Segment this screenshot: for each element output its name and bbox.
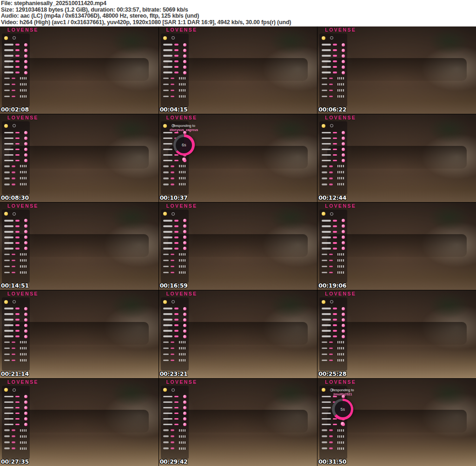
tip-level-dot-icon — [183, 406, 186, 409]
vibration-pattern-icon — [179, 341, 186, 343]
tip-level-dot-icon — [342, 219, 345, 222]
tip-menu-overlay — [319, 121, 347, 195]
timestamp-label: 00:08:30 — [1, 194, 29, 201]
vibration-pattern-icon — [337, 341, 345, 343]
sun-icon — [4, 124, 8, 128]
audio-info-line: Audio: aac (LC) (mp4a / 0x6134706D), 480… — [1, 13, 476, 20]
tip-level-dot-icon — [24, 417, 27, 420]
tip-level-dot-icon — [24, 329, 27, 333]
tip-level-dot-icon — [24, 131, 27, 134]
tip-level-dot-icon — [183, 60, 186, 63]
vibration-pattern-icon — [179, 347, 186, 349]
vibration-pattern-icon — [337, 171, 345, 173]
tip-level-dot-icon — [183, 247, 186, 250]
vibration-pattern-icon — [337, 183, 345, 185]
lovense-watermark: LOVENSE — [166, 27, 198, 33]
vibration-pattern-icon — [179, 89, 186, 92]
countdown-ring: 5s — [332, 399, 353, 420]
tip-level-dot-icon — [342, 335, 345, 338]
lovense-watermark: LOVENSE — [166, 291, 198, 296]
vibration-pattern-icon — [337, 429, 345, 432]
timestamp-label: 00:29:42 — [160, 458, 188, 465]
tip-menu-overlay — [2, 33, 30, 107]
video-thumbnail[interactable]: LOVENSE 00:12:44 — [317, 114, 476, 202]
vibration-pattern-icon — [179, 165, 186, 167]
tip-level-dot-icon — [24, 224, 27, 228]
video-thumbnail[interactable]: LOVENSE 00:19:06 — [317, 203, 476, 290]
video-thumbnail[interactable]: LOVENSE 00:02:08 — [0, 26, 159, 114]
vibration-pattern-icon — [337, 83, 345, 85]
video-thumbnail[interactable]: LOVENSE Responding to dionysus_zagreus 6… — [159, 114, 317, 202]
tip-level-dot-icon — [342, 324, 345, 327]
timestamp-label: 00:14:51 — [1, 282, 29, 289]
video-thumbnail[interactable]: LOVENSE 00:29:42 — [159, 379, 317, 466]
timestamp-label: 00:06:22 — [318, 106, 346, 113]
clock-icon — [330, 36, 333, 39]
vibration-pattern-icon — [179, 183, 186, 185]
tip-level-dot-icon — [24, 406, 27, 409]
sun-icon — [4, 212, 8, 216]
tip-level-dot-icon — [24, 137, 27, 140]
clock-icon — [330, 300, 333, 303]
tip-menu-overlay — [161, 33, 189, 107]
vibration-pattern-icon — [179, 441, 186, 444]
video-thumbnail[interactable]: LOVENSE 00:23:21 — [159, 290, 317, 378]
timestamp-label: 00:19:06 — [318, 282, 346, 289]
lovense-watermark: LOVENSE — [325, 379, 356, 385]
video-thumbnail[interactable]: LOVENSE 00:27:35 — [0, 379, 159, 466]
thumbnail-grid: LOVENSE 00:02:08 LOVENSE — [0, 26, 476, 466]
tip-level-dot-icon — [24, 219, 27, 222]
timestamp-label: 00:12:44 — [318, 194, 346, 201]
tip-level-dot-icon — [183, 318, 186, 322]
video-thumbnail[interactable]: LOVENSE Responding to jimolita2021 5s — [317, 379, 476, 466]
vibration-pattern-icon — [179, 177, 186, 179]
clock-icon — [172, 36, 175, 39]
video-thumbnail[interactable]: LOVENSE 00:25:28 — [317, 290, 476, 378]
tip-level-dot-icon — [24, 412, 27, 415]
vibration-pattern-icon — [337, 441, 345, 444]
vibration-pattern-icon — [20, 341, 27, 343]
vibration-pattern-icon — [20, 353, 27, 355]
sun-icon — [163, 388, 167, 392]
tip-level-dot-icon — [342, 318, 345, 322]
video-thumbnail[interactable]: LOVENSE 00:06:22 — [317, 26, 476, 114]
vibration-pattern-icon — [337, 435, 345, 438]
timestamp-label: 00:04:15 — [160, 106, 188, 113]
tip-level-dot-icon — [342, 153, 345, 157]
tip-level-dot-icon — [24, 54, 27, 58]
tip-level-dot-icon — [342, 142, 345, 145]
tip-level-dot-icon — [24, 236, 27, 239]
tip-level-dot-icon — [24, 43, 27, 46]
video-thumbnail[interactable]: LOVENSE 00:21:14 — [0, 290, 159, 378]
video-thumbnail[interactable]: LOVENSE 00:04:15 — [159, 26, 317, 114]
tip-level-dot-icon — [24, 307, 27, 310]
lovense-watermark: LOVENSE — [325, 291, 356, 296]
tip-menu-overlay — [319, 297, 347, 371]
tip-level-dot-icon — [183, 71, 186, 74]
vibration-pattern-icon — [337, 177, 345, 179]
timestamp-label: 00:25:28 — [318, 370, 346, 377]
vibration-pattern-icon — [179, 171, 186, 173]
tip-level-dot-icon — [342, 43, 345, 46]
tip-level-dot-icon — [183, 400, 186, 404]
lovense-watermark: LOVENSE — [166, 203, 198, 209]
vibration-pattern-icon — [337, 271, 345, 274]
tip-level-dot-icon — [342, 137, 345, 140]
video-thumbnail[interactable]: LOVENSE 00:16:59 — [159, 203, 317, 290]
tip-menu-overlay — [2, 210, 30, 283]
video-thumbnail[interactable]: LOVENSE 00:08:30 — [0, 114, 159, 202]
tip-level-dot-icon — [183, 335, 186, 338]
responding-dot-icon — [182, 158, 186, 161]
timestamp-label: 00:02:08 — [1, 106, 29, 113]
video-thumbnail[interactable]: LOVENSE 00:14:51 — [0, 203, 159, 290]
vibration-pattern-icon — [179, 429, 186, 432]
tip-level-dot-icon — [342, 66, 345, 69]
timestamp-label: 00:23:21 — [160, 370, 188, 377]
tip-level-dot-icon — [24, 247, 27, 250]
sun-icon — [163, 300, 167, 304]
tip-level-dot-icon — [342, 307, 345, 310]
tip-level-dot-icon — [183, 49, 186, 52]
tip-level-dot-icon — [24, 230, 27, 233]
tip-level-dot-icon — [183, 230, 186, 233]
tip-level-dot-icon — [24, 335, 27, 338]
